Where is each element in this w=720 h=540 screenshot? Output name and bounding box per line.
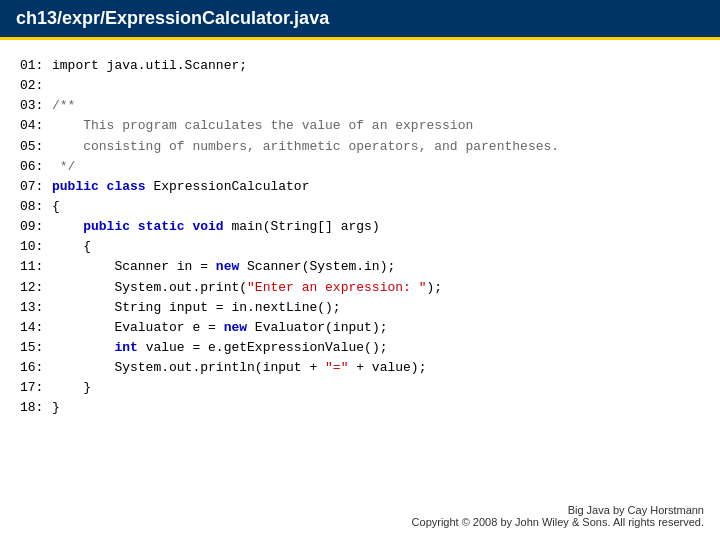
code-token: Scanner(System.in); [247, 259, 395, 274]
footer-line1: Big Java by Cay Horstmann [412, 504, 704, 516]
code-content: 01:import java.util.Scanner;02:03:/**04:… [0, 40, 720, 435]
code-token: Scanner in = [52, 259, 216, 274]
table-row: 01:import java.util.Scanner; [20, 56, 700, 76]
table-row: 10: { [20, 237, 700, 257]
line-number: 07: [20, 177, 52, 197]
code-line: } [52, 378, 91, 398]
code-line: { [52, 237, 91, 257]
keyword-token: int [114, 340, 145, 355]
code-line: Scanner in = new Scanner(System.in); [52, 257, 395, 277]
table-row: 18:} [20, 398, 700, 418]
code-token: ); [426, 280, 442, 295]
code-token: System.out.println(input + [52, 360, 325, 375]
code-token: } [52, 400, 60, 415]
code-token [52, 340, 114, 355]
table-row: 11: Scanner in = new Scanner(System.in); [20, 257, 700, 277]
table-row: 08:{ [20, 197, 700, 217]
footer: Big Java by Cay Horstmann Copyright © 20… [412, 504, 704, 528]
line-number: 17: [20, 378, 52, 398]
page-title: ch13/expr/ExpressionCalculator.java [0, 0, 720, 40]
table-row: 16: System.out.println(input + "=" + val… [20, 358, 700, 378]
line-number: 05: [20, 137, 52, 157]
line-number: 04: [20, 116, 52, 136]
code-token: import java.util.Scanner; [52, 58, 247, 73]
line-number: 11: [20, 257, 52, 277]
table-row: 14: Evaluator e = new Evaluator(input); [20, 318, 700, 338]
table-row: 13: String input = in.nextLine(); [20, 298, 700, 318]
table-row: 04: This program calculates the value of… [20, 116, 700, 136]
code-token: + value); [348, 360, 426, 375]
table-row: 03:/** [20, 96, 700, 116]
keyword-token: new [216, 259, 247, 274]
code-line: public class ExpressionCalculator [52, 177, 309, 197]
code-line: int value = e.getExpressionValue(); [52, 338, 387, 358]
string-token: "=" [325, 360, 348, 375]
code-line: System.out.print("Enter an expression: "… [52, 278, 442, 298]
table-row: 05: consisting of numbers, arithmetic op… [20, 137, 700, 157]
code-line: public static void main(String[] args) [52, 217, 380, 237]
code-token: System.out.print( [52, 280, 247, 295]
line-number: 12: [20, 278, 52, 298]
line-number: 09: [20, 217, 52, 237]
code-token [52, 219, 83, 234]
line-number: 10: [20, 237, 52, 257]
code-token: String input = in.nextLine(); [52, 300, 341, 315]
line-number: 13: [20, 298, 52, 318]
keyword-token: void [192, 219, 231, 234]
code-line: /** [52, 96, 75, 116]
code-block: 01:import java.util.Scanner;02:03:/**04:… [20, 56, 700, 419]
line-number: 18: [20, 398, 52, 418]
keyword-token: public [83, 219, 138, 234]
table-row: 15: int value = e.getExpressionValue(); [20, 338, 700, 358]
code-token: ExpressionCalculator [153, 179, 309, 194]
code-line: String input = in.nextLine(); [52, 298, 341, 318]
keyword-token: static [138, 219, 193, 234]
code-token: Evaluator(input); [255, 320, 388, 335]
line-number: 14: [20, 318, 52, 338]
code-line: consisting of numbers, arithmetic operat… [52, 137, 559, 157]
line-number: 08: [20, 197, 52, 217]
code-line: This program calculates the value of an … [52, 116, 473, 136]
code-token: value = e.getExpressionValue(); [146, 340, 388, 355]
table-row: 17: } [20, 378, 700, 398]
comment-token: /** [52, 98, 75, 113]
table-row: 07:public class ExpressionCalculator [20, 177, 700, 197]
code-line: System.out.println(input + "=" + value); [52, 358, 426, 378]
comment-token: */ [52, 159, 75, 174]
table-row: 06: */ [20, 157, 700, 177]
code-token: } [52, 380, 91, 395]
line-number: 03: [20, 96, 52, 116]
code-token: Evaluator e = [52, 320, 224, 335]
line-number: 02: [20, 76, 52, 96]
code-line: import java.util.Scanner; [52, 56, 247, 76]
table-row: 12: System.out.print("Enter an expressio… [20, 278, 700, 298]
keyword-token: public [52, 179, 107, 194]
code-line: */ [52, 157, 75, 177]
code-token: { [52, 199, 60, 214]
table-row: 09: public static void main(String[] arg… [20, 217, 700, 237]
code-line: { [52, 197, 60, 217]
keyword-token: new [224, 320, 255, 335]
line-number: 06: [20, 157, 52, 177]
line-number: 16: [20, 358, 52, 378]
code-line: Evaluator e = new Evaluator(input); [52, 318, 387, 338]
line-number: 01: [20, 56, 52, 76]
string-token: "Enter an expression: " [247, 280, 426, 295]
footer-line2: Copyright © 2008 by John Wiley & Sons. A… [412, 516, 704, 528]
line-number: 15: [20, 338, 52, 358]
comment-token: This program calculates the value of an … [52, 118, 473, 133]
table-row: 02: [20, 76, 700, 96]
code-line: } [52, 398, 60, 418]
code-token: main(String[] args) [231, 219, 379, 234]
comment-token: consisting of numbers, arithmetic operat… [52, 139, 559, 154]
keyword-token: class [107, 179, 154, 194]
code-token: { [52, 239, 91, 254]
